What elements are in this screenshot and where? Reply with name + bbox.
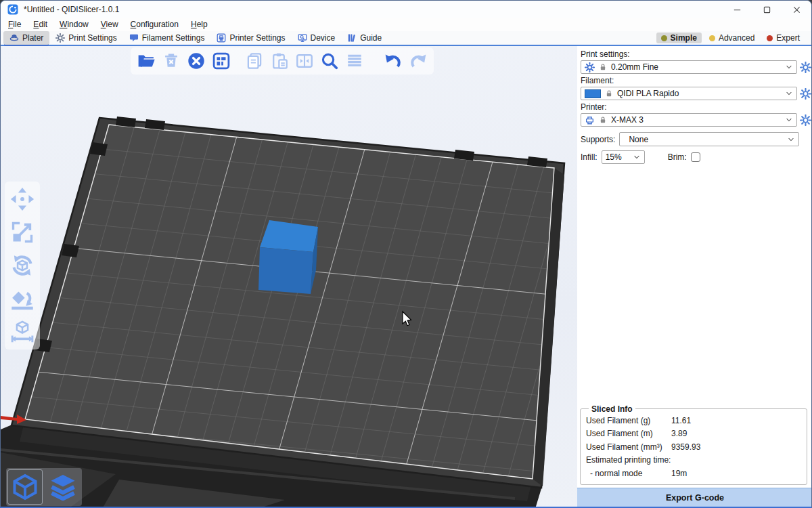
- mode-expert[interactable]: Expert: [762, 33, 805, 43]
- infill-label: Infill:: [581, 152, 597, 162]
- lock-icon: [605, 89, 613, 98]
- filament-select[interactable]: QIDI PLA Rapido: [581, 87, 797, 100]
- tab-label: Guide: [360, 33, 382, 43]
- wireframe-cube-icon: [12, 473, 39, 501]
- info-label: Used Filament (mm³): [586, 441, 671, 454]
- scale-icon: [10, 220, 35, 245]
- delete-button[interactable]: [162, 51, 181, 70]
- supports-label: Supports:: [581, 135, 615, 144]
- scale-gizmo-button[interactable]: [10, 220, 35, 245]
- supports-select[interactable]: None: [619, 132, 799, 146]
- chevron-down-icon: [787, 135, 795, 144]
- menu-configuration[interactable]: Configuration: [125, 18, 185, 31]
- place-on-face-gizmo-button[interactable]: [10, 287, 35, 311]
- redo-arrow-icon: [409, 52, 427, 70]
- info-row: - normal mode 19m: [586, 467, 801, 481]
- tab-bar: Plater Print Settings Filament Settings …: [1, 31, 811, 46]
- editor-view-button[interactable]: [7, 469, 43, 505]
- layers-lines-icon: [346, 52, 363, 70]
- filament-color-swatch: [585, 89, 601, 98]
- rotate-icon: [10, 253, 35, 278]
- chevron-down-icon: [785, 116, 793, 124]
- mode-selector: Simple Advanced Expert: [656, 33, 809, 43]
- redo-button[interactable]: [409, 51, 428, 70]
- printer-settings-icon: [217, 33, 226, 43]
- menu-file[interactable]: File: [2, 18, 27, 31]
- filament-label: Filament:: [581, 76, 811, 85]
- plater-toolbar: [131, 47, 434, 75]
- filament-edit-button[interactable]: [800, 88, 811, 100]
- brim-checkbox[interactable]: [691, 152, 700, 162]
- undo-button[interactable]: [384, 51, 403, 70]
- print-settings-edit-button[interactable]: [800, 62, 811, 73]
- tab-label: Printer Settings: [229, 33, 285, 43]
- export-gcode-button[interactable]: Export G-code: [577, 488, 812, 507]
- move-gizmo-button[interactable]: [10, 187, 35, 211]
- gear-icon: [55, 33, 65, 43]
- open-button[interactable]: [137, 51, 156, 70]
- mode-label: Expert: [776, 33, 800, 43]
- tab-plater[interactable]: Plater: [3, 31, 49, 45]
- split-button[interactable]: [295, 51, 314, 70]
- measure-gizmo-button[interactable]: [10, 320, 35, 344]
- menu-edit[interactable]: Edit: [27, 18, 53, 31]
- print-settings-select[interactable]: 0.20mm Fine: [581, 60, 797, 74]
- rotate-gizmo-button[interactable]: [10, 253, 35, 278]
- print-settings-label: Print settings:: [581, 49, 811, 59]
- tab-label: Device: [311, 33, 336, 43]
- tab-guide[interactable]: Guide: [341, 31, 388, 45]
- sliced-layers-icon: [49, 473, 76, 501]
- mode-label: Advanced: [719, 33, 754, 43]
- printer-select[interactable]: X-MAX 3: [581, 113, 797, 127]
- info-label: - normal mode: [586, 467, 671, 481]
- infill-value: 15%: [606, 152, 622, 162]
- infill-select[interactable]: 15%: [602, 150, 645, 164]
- paste-button[interactable]: [270, 51, 289, 70]
- menu-window[interactable]: Window: [53, 18, 95, 31]
- tab-print-settings[interactable]: Print Settings: [49, 31, 122, 45]
- gear-icon: [585, 62, 595, 72]
- info-row: Used Filament (m) 3.89: [586, 427, 801, 441]
- simple-mode-dot-icon: [661, 35, 667, 41]
- preview-view-button[interactable]: [45, 469, 81, 505]
- printer-edit-button[interactable]: [800, 114, 811, 126]
- copy-button[interactable]: [245, 51, 264, 70]
- search-icon: [321, 52, 338, 70]
- folder-open-icon: [137, 52, 155, 70]
- mode-label: Simple: [671, 33, 697, 43]
- scene-canvas: [1, 46, 577, 508]
- filament-icon: [129, 33, 139, 43]
- info-value: 9359.93: [671, 441, 700, 454]
- undo-arrow-icon: [384, 52, 402, 70]
- search-button[interactable]: [320, 51, 339, 70]
- mode-simple[interactable]: Simple: [656, 33, 702, 43]
- tab-filament-settings[interactable]: Filament Settings: [123, 31, 211, 45]
- mode-advanced[interactable]: Advanced: [704, 33, 759, 43]
- minimize-button[interactable]: [722, 1, 752, 18]
- tab-device[interactable]: Device: [292, 31, 342, 45]
- filament-value: QIDI PLA Rapido: [617, 89, 679, 98]
- sliced-info-title: Sliced Info: [589, 404, 635, 414]
- menu-help[interactable]: Help: [185, 18, 214, 31]
- variable-layer-height-button[interactable]: [345, 51, 364, 70]
- close-button[interactable]: [782, 1, 811, 18]
- advanced-mode-dot-icon: [709, 35, 715, 41]
- arrange-button[interactable]: [212, 51, 231, 70]
- delete-all-button[interactable]: [187, 51, 206, 70]
- info-label: Used Filament (m): [586, 427, 671, 441]
- gear-icon: [800, 62, 811, 73]
- maximize-button[interactable]: [752, 1, 782, 18]
- window-title: *Untitled - QIDISlicer-1.0.1: [24, 5, 119, 14]
- menu-view[interactable]: View: [95, 18, 125, 31]
- menu-bar: File Edit Window View Configuration Help: [1, 18, 811, 31]
- tab-printer-settings[interactable]: Printer Settings: [210, 31, 291, 45]
- expert-mode-dot-icon: [767, 35, 773, 41]
- info-value: 19m: [671, 467, 687, 481]
- model-cube[interactable]: [258, 220, 318, 294]
- info-value: 11.61: [671, 415, 691, 428]
- app-logo-icon: [7, 4, 18, 15]
- printer-value: X-MAX 3: [611, 115, 644, 125]
- viewport-3d[interactable]: [1, 46, 577, 508]
- device-icon: [298, 33, 307, 43]
- info-label: Used Filament (g): [586, 415, 671, 428]
